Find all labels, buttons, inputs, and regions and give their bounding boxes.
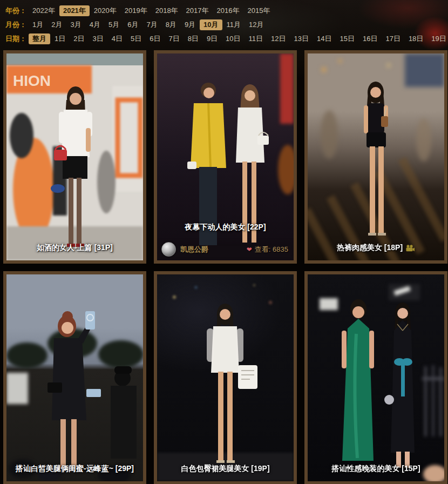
views-count: 查看: 6835 — [255, 245, 288, 254]
year-option-2017年[interactable]: 2017年 — [182, 5, 213, 16]
month-option-1月[interactable]: 1月 — [29, 19, 47, 30]
year-option-2019年[interactable]: 2019年 — [121, 5, 151, 16]
day-option-10日[interactable]: 10日 — [222, 33, 244, 44]
card-1-caption[interactable]: 如酒的女人-上篇 [31P] — [6, 243, 143, 253]
year-option-2018年[interactable]: 2018年 — [152, 5, 182, 16]
day-option-2日[interactable]: 2日 — [70, 33, 88, 44]
day-option-18日[interactable]: 18日 — [405, 33, 427, 44]
card-2-title[interactable]: 夜幕下动人的美女 [22P] — [185, 223, 266, 232]
gallery-card-2: 夜幕下动人的美女 [22P] 凯恩公爵 ❤ 查看: 6835 — [154, 50, 297, 264]
month-option-12月[interactable]: 12月 — [245, 19, 267, 30]
year-option-2022年[interactable]: 2022年 — [29, 5, 59, 16]
backdrop-sign-text: HION — [13, 72, 51, 89]
day-option-5日[interactable]: 5日 — [127, 33, 145, 44]
figure-woman-black-gown — [384, 302, 415, 468]
day-option-7日[interactable]: 7日 — [165, 33, 183, 44]
figure-woman-white-dress — [236, 84, 269, 243]
month-option-2月[interactable]: 2月 — [47, 19, 66, 30]
day-option-1日[interactable]: 1日 — [51, 33, 69, 44]
author-avatar[interactable] — [161, 242, 176, 257]
card-3-caption[interactable]: 热裤肉感美女 [18P] — [308, 243, 444, 253]
card-3-thumbnail[interactable] — [308, 53, 444, 260]
figure-woman-white-dress — [207, 304, 257, 463]
card-5-title[interactable]: 白色包臀裙美腿美女 [19P] — [181, 464, 269, 474]
filter-row-year: 年份： 2022年2021年2020年2019年2018年2017年2016年2… — [5, 4, 448, 18]
filter-bar: 年份： 2022年2021年2020年2019年2018年2017年2016年2… — [0, 0, 448, 46]
day-option-11日[interactable]: 11日 — [245, 33, 267, 44]
day-option-6日[interactable]: 6日 — [146, 33, 164, 44]
month-option-9月[interactable]: 9月 — [181, 19, 199, 30]
month-option-7月[interactable]: 7月 — [142, 19, 161, 30]
month-option-6月[interactable]: 6月 — [124, 19, 142, 30]
filter-row-month: 月份： 1月2月3月4月5月6月7月8月9月10月11月12月 — [5, 18, 448, 32]
day-option-4日[interactable]: 4日 — [108, 33, 126, 44]
year-label: 年份： — [5, 6, 26, 16]
card-4-thumbnail[interactable] — [6, 274, 143, 481]
day-option-17日[interactable]: 17日 — [382, 33, 404, 44]
day-option-13日[interactable]: 13日 — [290, 33, 313, 44]
day-option-3日[interactable]: 3日 — [89, 33, 107, 44]
card-1-title[interactable]: 如酒的女人-上篇 [31P] — [37, 243, 113, 253]
figure-man-cap — [111, 366, 137, 459]
month-option-8月[interactable]: 8月 — [162, 19, 180, 30]
card-5-thumbnail[interactable] — [157, 274, 294, 481]
photo-illustration — [308, 274, 444, 481]
card-6-thumbnail[interactable] — [308, 274, 444, 481]
year-option-2021年[interactable]: 2021年 — [59, 5, 90, 16]
gallery-card-4: 搭讪白皙美腿俩闺蜜-远峰蓝~ [29P] — [3, 271, 146, 484]
photo-grid: HION — [0, 50, 448, 484]
gallery-card-5: 白色包臀裙美腿美女 [19P] — [154, 271, 297, 484]
day-option-整月[interactable]: 整月 — [29, 33, 50, 44]
photo-illustration — [308, 53, 444, 260]
gallery-card-1: HION — [3, 50, 146, 264]
author-name[interactable]: 凯恩公爵 — [180, 245, 208, 254]
year-option-2016年[interactable]: 2016年 — [213, 5, 243, 16]
filter-row-day: 日期： 整月1日2日3日4日5日6日7日8日9日10日11日12日13日14日1… — [5, 32, 448, 46]
day-option-15日[interactable]: 15日 — [336, 33, 358, 44]
photo-illustration: HION — [6, 53, 143, 260]
day-option-16日[interactable]: 16日 — [359, 33, 381, 44]
year-option-2020年[interactable]: 2020年 — [90, 5, 120, 16]
card-2-meta: 凯恩公爵 ❤ 查看: 6835 — [161, 242, 288, 257]
month-option-10月[interactable]: 10月 — [200, 19, 222, 30]
photo-illustration — [157, 274, 294, 481]
card-4-caption[interactable]: 搭讪白皙美腿俩闺蜜-远峰蓝~ [29P] — [6, 464, 143, 474]
day-option-9日[interactable]: 9日 — [203, 33, 221, 44]
card-3-title[interactable]: 热裤肉感美女 [18P] — [337, 243, 403, 253]
video-camera-icon — [405, 245, 415, 252]
month-label: 月份： — [5, 20, 26, 30]
card-4-title[interactable]: 搭讪白皙美腿俩闺蜜-远峰蓝~ [29P] — [16, 464, 134, 474]
views-counter: ❤ 查看: 6835 — [247, 245, 288, 254]
heart-icon: ❤ — [247, 246, 252, 253]
month-option-5月[interactable]: 5月 — [105, 19, 123, 30]
day-label: 日期： — [5, 34, 26, 44]
day-option-19日[interactable]: 19日 — [427, 33, 448, 44]
month-option-4月[interactable]: 4月 — [86, 19, 104, 30]
card-5-caption[interactable]: 白色包臀裙美腿美女 [19P] — [157, 464, 294, 474]
card-2-caption[interactable]: 夜幕下动人的美女 [22P] — [157, 223, 294, 232]
gallery-card-6: 搭讪性感晚装的美女 [15P] — [304, 271, 447, 484]
card-1-thumbnail[interactable]: HION — [6, 53, 143, 260]
figure-woman-green-dress — [342, 299, 374, 461]
day-option-8日[interactable]: 8日 — [184, 33, 202, 44]
day-option-14日[interactable]: 14日 — [313, 33, 335, 44]
month-option-11月[interactable]: 11月 — [223, 19, 245, 30]
year-option-2015年[interactable]: 2015年 — [243, 5, 274, 16]
figure-woman-yellow-coat — [187, 83, 226, 245]
month-option-3月[interactable]: 3月 — [66, 19, 85, 30]
card-6-caption[interactable]: 搭讪性感晚装的美女 [15P] — [308, 464, 444, 474]
gallery-card-3: 热裤肉感美女 [18P] — [304, 50, 447, 264]
card-6-title[interactable]: 搭讪性感晚装的美女 [15P] — [331, 464, 420, 474]
photo-illustration — [6, 274, 143, 481]
day-option-12日[interactable]: 12日 — [267, 33, 289, 44]
